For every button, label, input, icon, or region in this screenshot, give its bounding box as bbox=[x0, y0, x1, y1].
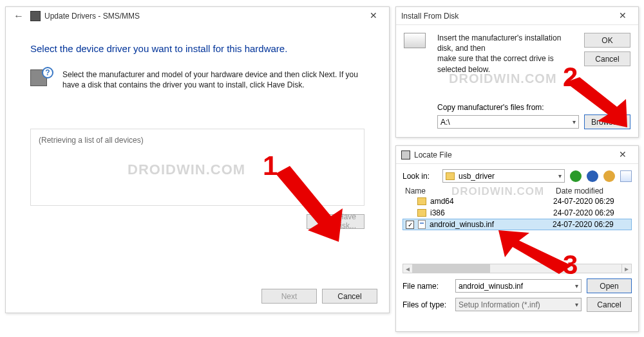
scroll-thumb[interactable] bbox=[413, 264, 490, 273]
chevron-down-icon: ▾ bbox=[558, 172, 562, 179]
close-icon[interactable]: ✕ bbox=[362, 9, 385, 23]
watermark: DROIDWIN.COM bbox=[128, 161, 245, 178]
view-menu-icon[interactable] bbox=[620, 170, 632, 182]
checkbox-icon[interactable]: ✓ bbox=[406, 221, 414, 229]
cancel-button[interactable]: Cancel bbox=[322, 289, 377, 304]
scroll-left-icon[interactable]: ◂ bbox=[403, 264, 413, 273]
list-status: (Retrieving a list of all devices) bbox=[39, 136, 356, 145]
titlebar: ← Update Drivers - SMS/MMS ✕ bbox=[6, 7, 389, 25]
files-of-type-label: Files of type: bbox=[402, 300, 450, 309]
install-from-disk-dialog: Install From Disk ✕ Insert the manufactu… bbox=[395, 6, 639, 138]
column-name[interactable]: Name bbox=[402, 187, 556, 196]
files-of-type-combobox[interactable]: Setup Information (*.inf) ▾ bbox=[455, 298, 582, 311]
file-name-label: File name: bbox=[402, 282, 450, 291]
dialog-title: Update Drivers - SMS/MMS bbox=[44, 12, 140, 21]
back-nav-icon[interactable] bbox=[570, 170, 582, 182]
horizontal-scrollbar[interactable]: ◂ ▸ bbox=[402, 264, 632, 273]
dialog-title: Locate File bbox=[414, 150, 452, 159]
dialog-title: Install From Disk bbox=[401, 12, 459, 21]
cancel-button[interactable]: Cancel bbox=[587, 297, 632, 312]
list-item[interactable]: i386 24-07-2020 06:29 bbox=[402, 207, 632, 219]
look-in-label: Look in: bbox=[402, 172, 437, 181]
file-name-combobox[interactable]: android_winusb.inf ▾ bbox=[455, 279, 582, 293]
path-combobox[interactable]: A:\ ▾ bbox=[437, 115, 579, 129]
back-icon[interactable]: ← bbox=[11, 10, 26, 22]
chevron-down-icon: ▾ bbox=[575, 282, 578, 289]
list-item[interactable]: amd64 24-07-2020 06:29 bbox=[402, 196, 632, 207]
update-driver-dialog: ← Update Drivers - SMS/MMS ✕ Select the … bbox=[5, 6, 390, 313]
folder-icon bbox=[446, 172, 455, 180]
ok-button[interactable]: OK bbox=[584, 33, 630, 48]
copy-from-label: Copy manufacturer's files from: bbox=[437, 103, 630, 112]
next-button[interactable]: Next bbox=[261, 289, 317, 304]
close-icon[interactable]: ✕ bbox=[611, 9, 634, 23]
new-folder-icon[interactable] bbox=[603, 170, 615, 182]
look-in-combobox[interactable]: usb_driver ▾ bbox=[442, 169, 565, 183]
list-item-selected[interactable]: ✓ android_winusb.inf 24-07-2020 06:29 bbox=[402, 219, 632, 230]
cancel-button[interactable]: Cancel bbox=[584, 51, 630, 66]
look-in-value: usb_driver bbox=[459, 172, 495, 181]
path-value: A:\ bbox=[440, 118, 450, 127]
device-icon bbox=[30, 11, 41, 21]
browse-button[interactable]: Browse... bbox=[584, 114, 630, 129]
folder-icon bbox=[417, 209, 426, 217]
chevron-down-icon: ▾ bbox=[575, 301, 578, 308]
up-level-icon[interactable] bbox=[587, 170, 598, 182]
folder-icon bbox=[417, 197, 426, 205]
inf-file-icon bbox=[418, 220, 426, 229]
have-disk-button[interactable]: Have Disk... bbox=[307, 214, 365, 229]
close-icon[interactable]: ✕ bbox=[611, 148, 634, 162]
chevron-down-icon: ▾ bbox=[573, 118, 576, 125]
locate-file-dialog: Locate File ✕ Look in: usb_driver ▾ Name… bbox=[395, 145, 639, 332]
window-icon bbox=[401, 150, 410, 159]
scroll-right-icon[interactable]: ▸ bbox=[621, 264, 631, 273]
instruction-text: Insert the manufacturer's installation d… bbox=[437, 33, 576, 75]
column-date[interactable]: Date modified bbox=[556, 187, 632, 196]
page-heading: Select the device driver you want to ins… bbox=[30, 43, 365, 54]
instruction-text: Select the manufacturer and model of you… bbox=[62, 69, 365, 90]
floppy-icon bbox=[404, 33, 426, 48]
info-badge-icon: ? bbox=[42, 67, 53, 78]
device-list-area: (Retrieving a list of all devices) DROID… bbox=[30, 129, 365, 206]
titlebar: Install From Disk ✕ bbox=[396, 7, 638, 25]
titlebar: Locate File ✕ bbox=[396, 146, 638, 164]
open-button[interactable]: Open bbox=[587, 278, 632, 293]
